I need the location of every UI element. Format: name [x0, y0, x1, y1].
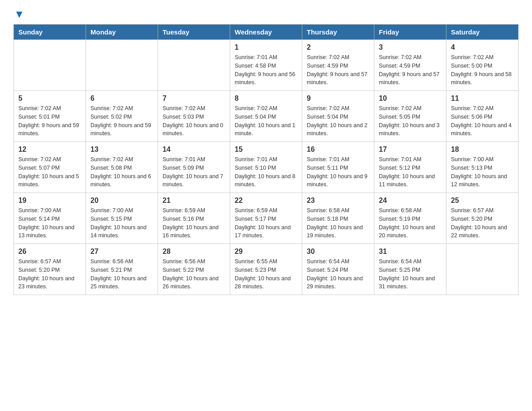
day-number: 23	[307, 197, 369, 205]
calendar-cell: 10Sunrise: 7:02 AM Sunset: 5:05 PM Dayli…	[374, 91, 446, 142]
calendar-cell: 24Sunrise: 6:58 AM Sunset: 5:19 PM Dayli…	[374, 193, 446, 244]
calendar-week-row: 19Sunrise: 7:00 AM Sunset: 5:14 PM Dayli…	[14, 193, 519, 244]
day-info: Sunrise: 6:59 AM Sunset: 5:16 PM Dayligh…	[163, 206, 225, 240]
day-number: 25	[451, 197, 514, 205]
day-number: 5	[18, 94, 81, 103]
day-of-week-header: Friday	[374, 25, 446, 40]
day-info: Sunrise: 6:56 AM Sunset: 5:21 PM Dayligh…	[90, 257, 153, 291]
logo-triangle-icon	[14, 10, 24, 20]
day-number: 13	[90, 146, 153, 154]
calendar-cell	[14, 40, 86, 91]
day-info: Sunrise: 7:02 AM Sunset: 5:02 PM Dayligh…	[90, 104, 153, 138]
day-info: Sunrise: 7:02 AM Sunset: 5:07 PM Dayligh…	[18, 155, 81, 189]
calendar-cell: 30Sunrise: 6:54 AM Sunset: 5:24 PM Dayli…	[302, 244, 374, 295]
day-info: Sunrise: 6:56 AM Sunset: 5:22 PM Dayligh…	[163, 257, 225, 291]
calendar-week-row: 26Sunrise: 6:57 AM Sunset: 5:20 PM Dayli…	[14, 244, 519, 295]
logo	[13, 9, 24, 17]
day-number: 8	[235, 94, 297, 103]
day-info: Sunrise: 7:02 AM Sunset: 5:08 PM Dayligh…	[90, 155, 153, 189]
calendar-cell: 21Sunrise: 6:59 AM Sunset: 5:16 PM Dayli…	[158, 193, 230, 244]
day-number: 31	[379, 248, 442, 256]
calendar-cell: 29Sunrise: 6:55 AM Sunset: 5:23 PM Dayli…	[230, 244, 302, 295]
calendar-cell: 1Sunrise: 7:01 AM Sunset: 4:58 PM Daylig…	[230, 40, 302, 91]
calendar-cell: 8Sunrise: 7:02 AM Sunset: 5:04 PM Daylig…	[230, 91, 302, 142]
calendar-cell: 13Sunrise: 7:02 AM Sunset: 5:08 PM Dayli…	[86, 142, 158, 193]
calendar-cell: 23Sunrise: 6:58 AM Sunset: 5:18 PM Dayli…	[302, 193, 374, 244]
calendar-cell: 7Sunrise: 7:02 AM Sunset: 5:03 PM Daylig…	[158, 91, 230, 142]
day-number: 21	[163, 197, 225, 205]
day-info: Sunrise: 7:02 AM Sunset: 5:05 PM Dayligh…	[379, 104, 442, 138]
calendar-cell: 11Sunrise: 7:02 AM Sunset: 5:06 PM Dayli…	[446, 91, 519, 142]
calendar-cell: 26Sunrise: 6:57 AM Sunset: 5:20 PM Dayli…	[14, 244, 86, 295]
calendar-cell: 25Sunrise: 6:57 AM Sunset: 5:20 PM Dayli…	[446, 193, 519, 244]
day-of-week-header: Saturday	[446, 25, 519, 40]
day-number: 17	[379, 146, 442, 154]
day-number: 28	[163, 248, 225, 256]
calendar-cell: 27Sunrise: 6:56 AM Sunset: 5:21 PM Dayli…	[86, 244, 158, 295]
calendar-cell: 22Sunrise: 6:59 AM Sunset: 5:17 PM Dayli…	[230, 193, 302, 244]
day-of-week-header: Tuesday	[158, 25, 230, 40]
day-number: 3	[379, 43, 442, 51]
day-number: 7	[163, 94, 225, 103]
calendar-week-row: 12Sunrise: 7:02 AM Sunset: 5:07 PM Dayli…	[14, 142, 519, 193]
day-info: Sunrise: 7:00 AM Sunset: 5:15 PM Dayligh…	[90, 206, 153, 240]
calendar-cell: 5Sunrise: 7:02 AM Sunset: 5:01 PM Daylig…	[14, 91, 86, 142]
svg-marker-0	[16, 12, 22, 18]
day-info: Sunrise: 7:01 AM Sunset: 4:58 PM Dayligh…	[235, 53, 297, 87]
calendar-cell: 2Sunrise: 7:02 AM Sunset: 4:59 PM Daylig…	[302, 40, 374, 91]
calendar-cell: 16Sunrise: 7:01 AM Sunset: 5:11 PM Dayli…	[302, 142, 374, 193]
day-info: Sunrise: 6:59 AM Sunset: 5:17 PM Dayligh…	[235, 206, 297, 240]
day-number: 26	[18, 248, 81, 256]
day-info: Sunrise: 6:57 AM Sunset: 5:20 PM Dayligh…	[451, 206, 514, 240]
day-info: Sunrise: 7:02 AM Sunset: 5:04 PM Dayligh…	[235, 104, 297, 138]
day-info: Sunrise: 7:02 AM Sunset: 5:03 PM Dayligh…	[163, 104, 225, 138]
calendar-cell: 3Sunrise: 7:02 AM Sunset: 4:59 PM Daylig…	[374, 40, 446, 91]
calendar-cell: 4Sunrise: 7:02 AM Sunset: 5:00 PM Daylig…	[446, 40, 519, 91]
calendar-cell: 28Sunrise: 6:56 AM Sunset: 5:22 PM Dayli…	[158, 244, 230, 295]
calendar-cell: 31Sunrise: 6:54 AM Sunset: 5:25 PM Dayli…	[374, 244, 446, 295]
calendar-cell: 9Sunrise: 7:02 AM Sunset: 5:04 PM Daylig…	[302, 91, 374, 142]
day-info: Sunrise: 7:02 AM Sunset: 5:01 PM Dayligh…	[18, 104, 81, 138]
day-number: 11	[451, 94, 514, 103]
day-info: Sunrise: 7:01 AM Sunset: 5:09 PM Dayligh…	[163, 155, 225, 189]
calendar-header-row: SundayMondayTuesdayWednesdayThursdayFrid…	[14, 25, 519, 40]
day-number: 29	[235, 248, 297, 256]
day-info: Sunrise: 6:54 AM Sunset: 5:25 PM Dayligh…	[379, 257, 442, 291]
calendar-cell: 20Sunrise: 7:00 AM Sunset: 5:15 PM Dayli…	[86, 193, 158, 244]
day-number: 20	[90, 197, 153, 205]
calendar-cell: 19Sunrise: 7:00 AM Sunset: 5:14 PM Dayli…	[14, 193, 86, 244]
day-number: 12	[18, 146, 81, 154]
day-number: 1	[235, 43, 297, 51]
day-number: 6	[90, 94, 153, 103]
day-number: 9	[307, 94, 369, 103]
calendar-week-row: 5Sunrise: 7:02 AM Sunset: 5:01 PM Daylig…	[14, 91, 519, 142]
day-number: 30	[307, 248, 369, 256]
calendar-week-row: 1Sunrise: 7:01 AM Sunset: 4:58 PM Daylig…	[14, 40, 519, 91]
day-number: 14	[163, 146, 225, 154]
calendar-cell: 6Sunrise: 7:02 AM Sunset: 5:02 PM Daylig…	[86, 91, 158, 142]
calendar-table: SundayMondayTuesdayWednesdayThursdayFrid…	[13, 24, 519, 295]
day-of-week-header: Monday	[86, 25, 158, 40]
day-info: Sunrise: 7:00 AM Sunset: 5:14 PM Dayligh…	[18, 206, 81, 240]
day-info: Sunrise: 6:55 AM Sunset: 5:23 PM Dayligh…	[235, 257, 297, 291]
page-header	[13, 9, 519, 17]
day-info: Sunrise: 7:02 AM Sunset: 5:00 PM Dayligh…	[451, 53, 514, 87]
day-info: Sunrise: 7:01 AM Sunset: 5:11 PM Dayligh…	[307, 155, 369, 189]
day-number: 2	[307, 43, 369, 51]
day-of-week-header: Sunday	[14, 25, 86, 40]
calendar-cell: 17Sunrise: 7:01 AM Sunset: 5:12 PM Dayli…	[374, 142, 446, 193]
calendar-cell: 15Sunrise: 7:01 AM Sunset: 5:10 PM Dayli…	[230, 142, 302, 193]
day-info: Sunrise: 7:00 AM Sunset: 5:13 PM Dayligh…	[451, 155, 514, 189]
calendar-cell: 12Sunrise: 7:02 AM Sunset: 5:07 PM Dayli…	[14, 142, 86, 193]
day-info: Sunrise: 7:02 AM Sunset: 5:06 PM Dayligh…	[451, 104, 514, 138]
day-number: 27	[90, 248, 153, 256]
day-info: Sunrise: 6:54 AM Sunset: 5:24 PM Dayligh…	[307, 257, 369, 291]
day-info: Sunrise: 7:01 AM Sunset: 5:12 PM Dayligh…	[379, 155, 442, 189]
calendar-cell	[446, 244, 519, 295]
day-number: 24	[379, 197, 442, 205]
calendar-cell	[86, 40, 158, 91]
calendar-cell: 18Sunrise: 7:00 AM Sunset: 5:13 PM Dayli…	[446, 142, 519, 193]
day-info: Sunrise: 6:57 AM Sunset: 5:20 PM Dayligh…	[18, 257, 81, 291]
day-number: 10	[379, 94, 442, 103]
day-info: Sunrise: 7:02 AM Sunset: 4:59 PM Dayligh…	[307, 53, 369, 87]
